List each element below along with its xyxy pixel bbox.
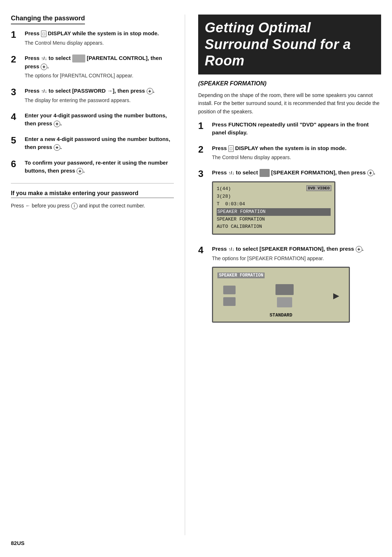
step-2-content: Press ↑/↓ to select [PARENTAL CONTROL], … bbox=[25, 54, 174, 81]
step-3: 3 Press ↑/↓ to select [PASSWORD →], then… bbox=[11, 87, 174, 106]
updown-arrow-r4: ↑/↓ bbox=[228, 246, 234, 252]
step-6: 6 To confirm your password, re-enter it … bbox=[11, 159, 174, 177]
step-4-content: Enter your 4-digit password using the nu… bbox=[25, 112, 174, 129]
right-step-2-sub: The Control Menu display appears. bbox=[212, 154, 381, 161]
step-num-6: 6 bbox=[11, 159, 21, 169]
step-num-3: 3 bbox=[11, 87, 21, 97]
right-step-1: 1 Press FUNCTION repeatedly until "DVD" … bbox=[198, 121, 381, 138]
right-step-2-content: Press □ DISPLAY when the system is in st… bbox=[212, 144, 381, 163]
lcd-row4: SPEAKER FORMATION bbox=[217, 216, 331, 223]
updown-arrow-r3: ↑/↓ bbox=[228, 170, 234, 175]
spk-label: STANDARD bbox=[217, 312, 344, 318]
parental-icon bbox=[72, 55, 85, 62]
step-5-bold: Enter a new 4-digit password using the n… bbox=[25, 136, 170, 150]
circle-plus-r3: + bbox=[367, 170, 374, 176]
step-num-5: 5 bbox=[11, 135, 21, 146]
lcd-line3: T 0:03:04 bbox=[217, 201, 331, 208]
step-5-content: Enter a new 4-digit password using the n… bbox=[25, 135, 174, 153]
step-5: 5 Enter a new 4-digit password using the… bbox=[11, 135, 174, 153]
left-column: Changing the password 1 Press □ DISPLAY … bbox=[11, 15, 185, 535]
step-6-bold: To confirm your password, re-enter it us… bbox=[25, 160, 168, 174]
right-column: Getting Optimal Surround Sound for a Roo… bbox=[185, 15, 381, 535]
updown-arrow-3: ↑/↓ bbox=[41, 88, 47, 94]
lcd-display: DVD VIDEO 1(44) 3(28) T 0:03:04 SPEAKER … bbox=[212, 181, 335, 235]
right-step-4-content: Press ↑/↓ to select [SPEAKER FORMATION],… bbox=[212, 245, 381, 327]
right-step-num-3: 3 bbox=[198, 169, 208, 179]
right-step-1-content: Press FUNCTION repeatedly until "DVD" ap… bbox=[212, 121, 381, 138]
display-icon-r2: □ bbox=[228, 145, 234, 152]
password-steps-list: 1 Press □ DISPLAY while the system is in… bbox=[11, 29, 174, 177]
section-separator bbox=[11, 183, 174, 183]
spk-header: SPEAKER FORMATION bbox=[217, 273, 265, 278]
step-3-sub: The display for entering the password ap… bbox=[25, 97, 174, 104]
step-4: 4 Enter your 4-digit password using the … bbox=[11, 112, 174, 129]
circle-plus-5: + bbox=[54, 144, 60, 151]
spk-box-bl bbox=[223, 297, 236, 306]
spk-center-area bbox=[275, 284, 294, 307]
intro-text: Depending on the shape of the room, ther… bbox=[198, 91, 381, 116]
spk-box-tl bbox=[223, 286, 236, 294]
step-1-sub: The Control Menu display appears. bbox=[25, 39, 174, 47]
right-step-num-4: 4 bbox=[198, 245, 208, 255]
updown-arrow-2: ↑/↓ bbox=[41, 56, 47, 61]
back-arrow: ← bbox=[25, 203, 30, 209]
display-icon-1: □ bbox=[41, 31, 46, 37]
lcd-line2: 3(28) bbox=[217, 193, 331, 201]
page-number: 82US bbox=[11, 540, 25, 546]
step-2-sub: The options for [PARENTAL CONTROL] appea… bbox=[25, 72, 174, 80]
circle-plus-3: + bbox=[147, 88, 153, 94]
spk-body: ▶ bbox=[217, 281, 344, 310]
step-2-bold: Press ↑/↓ to select [PARENTAL CONTROL], … bbox=[25, 55, 162, 69]
right-step-2: 2 Press □ DISPLAY when the system is in … bbox=[198, 144, 381, 163]
step-num-4: 4 bbox=[11, 112, 21, 122]
mistake-text: Press ← before you press i and input the… bbox=[11, 202, 174, 210]
step-2: 2 Press ↑/↓ to select [PARENTAL CONTROL]… bbox=[11, 54, 174, 81]
step-6-content: To confirm your password, re-enter it us… bbox=[25, 159, 174, 177]
step-num-2: 2 bbox=[11, 54, 21, 65]
right-step-1-bold: Press FUNCTION repeatedly until "DVD" ap… bbox=[212, 121, 369, 136]
right-steps-list: 1 Press FUNCTION repeatedly until "DVD" … bbox=[198, 121, 381, 327]
right-step-3: 3 Press ↑/↓ to select [SPEAKER FORMATION… bbox=[198, 169, 381, 239]
step-1-bold: Press □ DISPLAY while the system is in s… bbox=[25, 30, 159, 36]
circle-plus-r4: + bbox=[356, 246, 362, 253]
main-title: Getting Optimal Surround Sound for a Roo… bbox=[198, 15, 381, 74]
right-step-num-2: 2 bbox=[198, 144, 208, 155]
circle-plus-2: + bbox=[41, 64, 47, 70]
changing-password-heading: Changing the password bbox=[11, 15, 85, 24]
section-mistake: If you make a mistake entering your pass… bbox=[11, 190, 174, 210]
spk-arrow: ▶ bbox=[333, 291, 339, 300]
right-step-num-1: 1 bbox=[198, 121, 208, 131]
subtitle: (SPEAKER FORMATION) bbox=[198, 80, 381, 87]
right-step-3-content: Press ↑/↓ to select [SPEAKER FORMATION],… bbox=[212, 169, 381, 239]
step-3-bold: Press ↑/↓ to select [PASSWORD →], then p… bbox=[25, 88, 155, 94]
dvd-badge: DVD VIDEO bbox=[306, 185, 331, 191]
circle-i: i bbox=[71, 203, 78, 209]
step-4-bold: Enter your 4-digit password using the nu… bbox=[25, 112, 167, 127]
right-step-4-bold: Press ↑/↓ to select [SPEAKER FORMATION],… bbox=[212, 246, 364, 252]
mistake-heading: If you make a mistake entering your pass… bbox=[11, 190, 174, 198]
page-container: Changing the password 1 Press □ DISPLAY … bbox=[0, 0, 392, 557]
step-num-1: 1 bbox=[11, 29, 21, 40]
right-step-4: 4 Press ↑/↓ to select [SPEAKER FORMATION… bbox=[198, 245, 381, 327]
step-1: 1 Press □ DISPLAY while the system is in… bbox=[11, 29, 174, 48]
right-step-3-bold: Press ↑/↓ to select [SPEAKER FORMATION],… bbox=[212, 169, 375, 175]
step-1-content: Press □ DISPLAY while the system is in s… bbox=[25, 29, 174, 48]
section-changing-password: Changing the password 1 Press □ DISPLAY … bbox=[11, 15, 174, 177]
spk-left-speakers bbox=[223, 286, 236, 306]
lcd-highlight: SPEAKER FORMATION bbox=[217, 208, 331, 216]
speaker-formation-display: SPEAKER FORMATION ▶ bbox=[212, 267, 350, 323]
lcd-row5: AUTO CALIBRATION bbox=[217, 223, 331, 231]
circle-plus-4: + bbox=[54, 121, 60, 127]
right-step-2-bold: Press □ DISPLAY when the system is in st… bbox=[212, 145, 347, 151]
spk-box-center-top bbox=[275, 284, 294, 295]
step-3-content: Press ↑/↓ to select [PASSWORD →], then p… bbox=[25, 87, 174, 106]
right-step-4-sub: The options for [SPEAKER FORMATION] appe… bbox=[212, 255, 381, 262]
speaker-icon bbox=[260, 169, 270, 177]
circle-plus-6: + bbox=[77, 168, 83, 174]
spk-box-center-mid bbox=[277, 297, 292, 307]
